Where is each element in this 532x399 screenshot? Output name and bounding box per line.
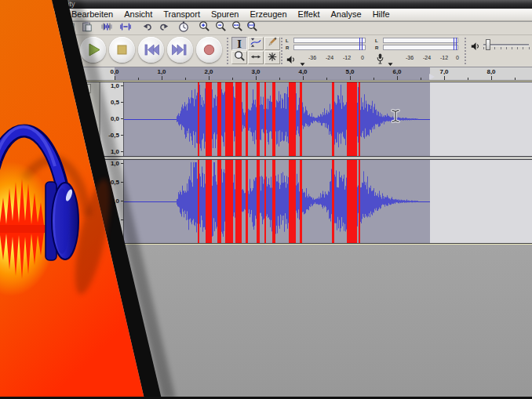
- draw-tool-button[interactable]: [264, 37, 280, 50]
- timeline-major-tick: [209, 76, 210, 80]
- record-icon: [196, 52, 222, 65]
- timeline-minor-tick: [232, 78, 233, 80]
- undo-button[interactable]: [140, 22, 155, 34]
- timeline-major-tick: [256, 76, 257, 80]
- recording-meter-bar-l[interactable]: [383, 38, 458, 43]
- play-button[interactable]: [80, 37, 106, 63]
- playback-meter-scale-label: -36: [308, 55, 316, 60]
- menu-spuren[interactable]: Spuren: [206, 9, 244, 20]
- amplitude-tick: [121, 201, 123, 201]
- zoom-out-icon: [215, 20, 227, 35]
- skip-to-start-button[interactable]: [138, 37, 164, 63]
- menu-erzeugen[interactable]: Erzeugen: [244, 9, 292, 20]
- speaker-icon[interactable]: [286, 53, 297, 67]
- menu-transport[interactable]: Transport: [158, 9, 206, 20]
- fit-selection-button[interactable]: [229, 22, 245, 34]
- redo-button[interactable]: [155, 22, 171, 34]
- amplitude-label: -0,5: [108, 216, 119, 223]
- microphone-icon[interactable]: [377, 53, 384, 67]
- amplitude-label: 1,0: [111, 160, 119, 167]
- star-icon: [267, 51, 278, 65]
- mixer-toolbar: [469, 37, 532, 65]
- timeline-minor-tick: [279, 78, 280, 80]
- trim-audio-button[interactable]: [99, 22, 115, 34]
- menu-bar: BearbeitenAnsichtTransportSpurenErzeugen…: [0, 9, 532, 21]
- envelope-tool-button[interactable]: [248, 37, 264, 50]
- timeline-minor-tick: [421, 78, 421, 80]
- timeline-major-tick: [397, 76, 398, 80]
- skip-to-end-button[interactable]: [167, 37, 193, 63]
- amplitude-tick: [121, 151, 123, 152]
- multi-tool-tool-button[interactable]: [264, 51, 280, 64]
- copy-icon: [64, 21, 75, 35]
- empty-track-space[interactable]: [0, 245, 532, 397]
- copy-button[interactable]: [61, 22, 77, 34]
- track-rate-label: Hz: [78, 93, 85, 99]
- amplitude-tick: [121, 238, 123, 239]
- timeline-major-tick: [303, 76, 304, 80]
- amplitude-label: 0,0: [111, 198, 119, 205]
- recording-meter-bar-r[interactable]: [383, 45, 458, 50]
- time-shift-tool-button[interactable]: [248, 51, 264, 64]
- timeline-major-tick: [162, 76, 162, 80]
- slider-tick: [506, 47, 507, 49]
- amplitude-label: 1,0: [111, 235, 119, 242]
- ibeam-icon: I: [237, 37, 242, 51]
- zoom-tool-button[interactable]: [231, 51, 247, 64]
- track-menu-dropdown[interactable]: [78, 84, 91, 93]
- recording-meter-channel-label: L: [375, 38, 378, 44]
- amplitude-tick: [121, 135, 123, 136]
- redo-icon: [158, 21, 169, 35]
- slider-tick: [483, 47, 484, 49]
- amplitude-label: 0,5: [111, 99, 119, 106]
- amplitude-label: 1,0: [111, 148, 119, 155]
- amplitude-ruler-2[interactable]: 1,00,50,0-0,51,0: [100, 160, 124, 243]
- waveform-channel-1[interactable]: [124, 82, 532, 156]
- playback-meter-channel-label: R: [286, 45, 289, 51]
- window-title: udacity: [53, 0, 75, 9]
- toolbar-dock: ILR-36-24-120LR-36-24-120: [0, 35, 532, 68]
- timer-button[interactable]: [176, 22, 191, 34]
- playback-meter[interactable]: LR-36-24-120: [284, 37, 370, 65]
- transport-toolbar: [0, 35, 228, 67]
- amplitude-label: 0,0: [111, 115, 119, 122]
- timeline-major-tick: [350, 76, 351, 80]
- menu-analyse[interactable]: Analyse: [325, 9, 366, 20]
- slider-tick: [501, 47, 501, 49]
- paste-button[interactable]: [78, 22, 94, 34]
- play-icon: [80, 52, 106, 65]
- title-bar[interactable]: udacity: [0, 0, 532, 9]
- selection-tool-button[interactable]: I: [231, 37, 247, 50]
- recording-meter[interactable]: LR-36-24-120: [373, 37, 461, 65]
- zoom-in-button[interactable]: [196, 22, 212, 34]
- playback-meter-bar-r[interactable]: [293, 45, 366, 50]
- menu-effekt[interactable]: Effekt: [293, 9, 326, 20]
- timeline-label: 4,0: [298, 68, 307, 75]
- menu-hilfe[interactable]: Hilfe: [367, 9, 395, 20]
- output-volume-slider-handle[interactable]: [486, 39, 490, 50]
- zoom-out-button[interactable]: [213, 22, 228, 34]
- fit-project-button[interactable]: [244, 22, 260, 34]
- timeline-ruler[interactable]: 0,01,02,03,04,05,06,07,08,0: [0, 67, 532, 81]
- timeline-major-tick: [444, 76, 445, 80]
- edit-toolbar: [0, 22, 532, 35]
- output-volume-slider-track[interactable]: [483, 44, 529, 46]
- headband: [0, 131, 63, 190]
- recording-meter-channel-label: R: [375, 45, 378, 51]
- waveform-channel-2[interactable]: [124, 160, 532, 243]
- menu-bearbeiten[interactable]: Bearbeiten: [66, 9, 118, 20]
- silence-audio-button[interactable]: [118, 22, 133, 34]
- track-control-panel-1[interactable]: Hz: [75, 82, 100, 156]
- amplitude-tick: [121, 102, 123, 103]
- record-button[interactable]: [196, 37, 222, 63]
- envelope-icon: [250, 37, 262, 51]
- playback-meter-bar-l[interactable]: [293, 38, 366, 43]
- playback-meter-peak-indicator: [359, 38, 363, 50]
- recording-meter-scale-label: -12: [440, 55, 448, 60]
- stop-button[interactable]: [109, 37, 135, 63]
- recording-meter-scale-label: -36: [406, 55, 414, 60]
- track-control-panel-2[interactable]: [75, 160, 100, 243]
- amplitude-ruler-1[interactable]: 1,00,50,0-0,51,0: [100, 82, 124, 156]
- menu-ansicht[interactable]: Ansicht: [118, 9, 158, 20]
- timeline-ruler-scale[interactable]: 0,01,02,03,04,05,06,07,08,0: [75, 67, 532, 81]
